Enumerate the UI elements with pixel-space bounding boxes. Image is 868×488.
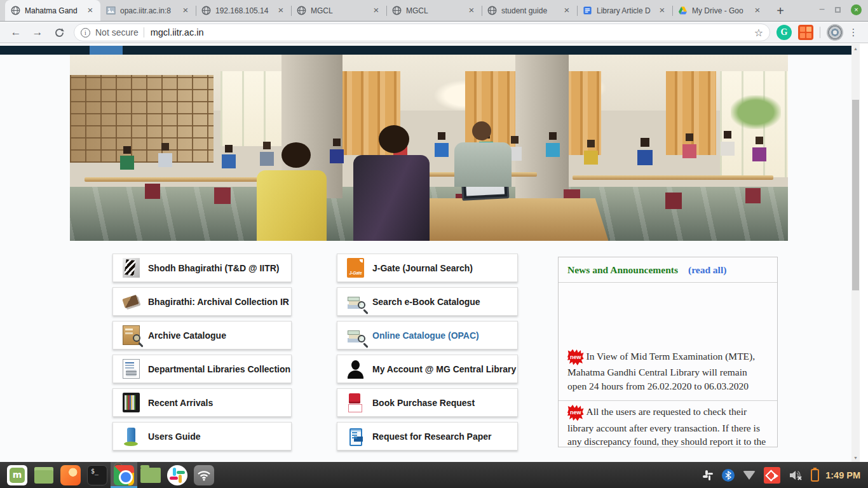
photo-table [85,177,271,182]
page-info-icon[interactable]: i [81,28,90,37]
photo-column [515,55,569,198]
new-tab-button[interactable]: + [771,2,789,20]
folder-icon [140,468,161,483]
page-viewport: Shodh Bhagirathi (T&D @ IITR) Bhagirathi… [0,44,860,462]
taskbar-clock[interactable]: 1:49 PM [825,470,860,480]
tab-ip-address[interactable]: 192.168.105.14 × [196,0,291,21]
window-maximize-button[interactable] [835,7,841,13]
back-button[interactable]: ← [8,24,24,41]
tab-title: Mahatma Gand [25,6,85,15]
bookmark-star-icon[interactable]: ☆ [754,27,763,39]
omnibox-divider [144,27,144,37]
tab-library-article[interactable]: Library Article D × [577,0,672,21]
globe-favicon-icon [391,6,402,16]
chrome-taskbar-button[interactable]: 6 [111,462,137,488]
tab-title: opac.iitr.ac.in:8 [120,6,180,15]
link-label: Users Guide [148,431,200,442]
tab-close-icon[interactable]: × [85,6,95,16]
scroll-up-icon[interactable]: ▲ [851,44,860,53]
tab-opac[interactable]: opac.iitr.ac.in:8 × [100,0,196,21]
file-manager-launcher[interactable] [137,462,164,488]
new-badge: new [567,405,584,421]
link-bhagirathi-archival[interactable]: Bhagirathi: Archival Collection IR [112,287,292,316]
globe-favicon-icon [201,6,211,16]
bluetooth-icon[interactable] [722,469,735,482]
link-request-research-paper[interactable]: Request for Research Paper [337,422,518,451]
tab-close-icon[interactable]: × [657,6,667,16]
tab-mgcl-2[interactable]: MGCL × [386,0,482,21]
browser-toolbar: ← → i Not secure mgcl.iitr.ac.in ☆ G ⋮ [0,22,868,43]
page-scrollbar[interactable]: ▲ ▼ [851,44,860,462]
show-desktop-button[interactable] [31,462,57,488]
tab-close-icon[interactable]: × [276,6,286,16]
news-item[interactable]: newIn View of Mid Term Examination (MTE)… [559,344,777,401]
news-read-all-link[interactable]: (read all) [688,264,726,276]
address-bar[interactable]: i Not secure mgcl.iitr.ac.in ☆ [74,24,770,41]
mint-menu-button[interactable]: m [4,462,31,488]
link-recent-arrivals[interactable]: Recent Arrivals [112,388,292,417]
tab-close-icon[interactable]: × [752,6,763,16]
link-online-catalogue-opac[interactable]: Online Catalogue (OPAC) [337,321,518,349]
clipboard-pencil-icon [347,426,364,446]
link-archive-catalogue[interactable]: Archive Catalogue [112,321,292,349]
thesis-book-icon [123,258,140,278]
link-departmental-libraries[interactable]: Departmental Libraries Collection [112,355,292,383]
news-title: News and Announcements [567,264,678,276]
forward-button[interactable]: → [29,24,46,41]
navbar-active-item[interactable] [90,46,123,55]
slack-launcher[interactable] [164,462,191,488]
browser-tabstrip: Mahatma Gand × opac.iitr.ac.in:8 × 192.1… [0,0,868,22]
globe-favicon-icon [296,6,306,16]
orange-grid-extension-icon[interactable] [798,25,813,40]
profile-avatar[interactable] [827,24,843,41]
reload-button[interactable] [51,24,67,41]
anydesk-icon[interactable] [764,467,780,484]
security-label[interactable]: Not secure [95,27,139,37]
photo-person-yellow-shirt [257,170,327,241]
tab-title: Library Article D [597,6,657,15]
desktop-icon [34,467,53,484]
link-label: Bhagirathi: Archival Collection IR [148,297,289,307]
tab-mahatma-gandhi[interactable]: Mahatma Gand × [5,0,100,21]
library-hero-photo [70,55,788,241]
news-item[interactable]: newAll the users are requested to check … [559,400,777,448]
volume-muted-icon[interactable] [789,469,803,482]
network-signal-icon[interactable] [743,471,756,480]
tab-student-guide[interactable]: student guide × [482,0,577,21]
tab-mgcl-1[interactable]: MGCL × [291,0,386,21]
window-minimize-button[interactable]: − [819,4,825,15]
tab-close-icon[interactable]: × [562,6,572,16]
firefox-icon [60,465,81,485]
slack-tray-icon[interactable] [702,470,714,481]
scrollbar-thumb[interactable] [852,100,859,290]
link-label: Online Catalogue (OPAC) [372,330,479,341]
tab-my-drive[interactable]: My Drive - Goo × [672,0,768,21]
url-text[interactable]: mgcl.iitr.ac.in [151,27,754,37]
terminal-launcher[interactable]: $_ [84,462,111,488]
mint-logo-icon: m [7,465,27,485]
link-jgate[interactable]: J-Gate J-Gate (Journal Search) [337,254,518,282]
grammarly-extension-icon[interactable]: G [776,25,792,40]
archival-book-icon [123,292,140,311]
link-my-account[interactable]: My Account @ MG Central Library [337,355,518,383]
scroll-down-icon[interactable]: ▼ [851,453,860,462]
tab-close-icon[interactable]: × [466,6,477,16]
window-close-button[interactable]: × [851,4,862,15]
tab-close-icon[interactable]: × [371,6,381,16]
battery-icon[interactable] [811,469,819,482]
link-ebook-catalogue[interactable]: Search e-Book Catalogue [337,287,518,316]
tab-title: MGCL [311,6,371,15]
photo-curtain-window [666,71,716,155]
tab-close-icon[interactable]: × [180,6,191,16]
browser-menu-icon[interactable]: ⋮ [847,25,860,40]
wifi-icon [194,465,214,485]
link-users-guide[interactable]: Users Guide [112,422,292,451]
link-shodh-bhagirathi[interactable]: Shodh Bhagirathi (T&D @ IITR) [112,254,292,282]
photo-person-head [281,142,311,168]
system-tray [702,467,819,484]
terminal-icon: $_ [87,465,107,485]
wifi-tool-launcher[interactable] [191,462,217,488]
photo-table [573,175,773,180]
link-book-purchase-request[interactable]: Book Purchase Request [337,388,518,417]
firefox-launcher[interactable] [57,462,84,488]
